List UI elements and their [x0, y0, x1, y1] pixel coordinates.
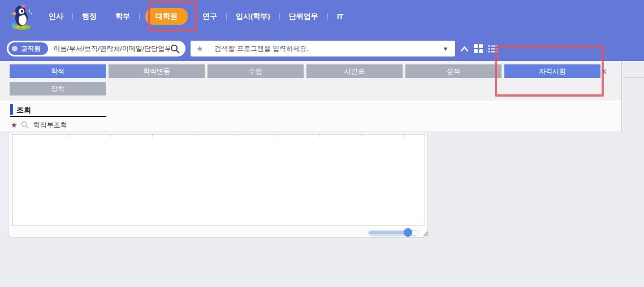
app-logo-penguin-icon[interactable]	[8, 3, 34, 31]
tab-sueop[interactable]: 수업	[208, 64, 304, 78]
dropdown-arrow-icon[interactable]: ▼	[443, 46, 448, 52]
grid-view-icon[interactable]	[474, 44, 483, 53]
menu-link-row[interactable]: ★ 학적부조회	[11, 120, 67, 130]
tab-janghak[interactable]: 장학	[10, 82, 106, 95]
separator	[209, 44, 209, 53]
tab-jagyeoksiheom[interactable]: 자격시험	[504, 64, 600, 78]
nav-item-daehakwon-active[interactable]: 대학원	[145, 8, 188, 25]
section-underline	[10, 116, 106, 117]
nav-item-it[interactable]: IT	[328, 12, 353, 21]
main-menu: 인사 행정 학부 대학원 연구 입시(학부) 단위업무 IT	[40, 0, 352, 33]
favorite-star-icon[interactable]: ★	[196, 44, 204, 53]
menu-tabs-area: 학적 학적변동 수업 시간표 성적 자격시험 ✕ 장학	[0, 61, 621, 101]
scrollbar-fill	[369, 231, 409, 234]
program-search-box[interactable]: ★ 검색할 프로그램을 입력하세요. ▼	[191, 41, 455, 56]
person-search-placeholder[interactable]: 이름/부서/보직/연락처/이메일/담당업무	[54, 44, 171, 54]
search-icon[interactable]	[170, 44, 180, 54]
nav-item-hakbu[interactable]: 학부	[106, 11, 139, 21]
favorite-star-icon[interactable]: ★	[11, 121, 18, 129]
section-title: 조회	[16, 105, 31, 115]
top-nav-bar: 인사 행정 학부 대학원 연구 입시(학부) 단위업무 IT	[0, 0, 644, 33]
tab-hakjeok[interactable]: 학적	[10, 64, 106, 78]
chevron-up-icon[interactable]	[460, 46, 469, 52]
resize-grip-icon[interactable]	[421, 229, 429, 237]
search-small-icon	[21, 121, 29, 129]
tab-hakjeok-byeondong[interactable]: 학적변동	[109, 64, 205, 78]
person-search-box[interactable]: 교직원 이름/부서/보직/연락처/이메일/담당업무	[7, 41, 185, 56]
toolbar-view-icons	[460, 41, 498, 56]
scrollbar-thumb[interactable]	[404, 228, 412, 237]
list-view-icon[interactable]	[488, 45, 498, 53]
nav-item-yeongu[interactable]: 연구	[193, 11, 226, 21]
menu-tab-row-2: 장학	[10, 82, 106, 95]
nav-item-ipsi[interactable]: 입시(학부)	[227, 11, 279, 21]
section-accent-bar	[10, 104, 13, 115]
empty-data-grid[interactable]	[12, 134, 425, 225]
page-divider-line	[623, 77, 644, 78]
nav-separator	[139, 13, 140, 20]
grid-column-ticks	[27, 134, 422, 137]
content-card	[8, 133, 428, 238]
tab-seongjeok[interactable]: 성적	[405, 64, 502, 78]
menu-tab-row-1: 학적 학적변동 수업 시간표 성적 자격시험	[10, 64, 600, 78]
app-window: 인사 행정 학부 대학원 연구 입시(학부) 단위업무 IT 교직원 이름/부서…	[0, 0, 644, 287]
close-icon[interactable]: ✕	[598, 66, 610, 78]
program-search-placeholder[interactable]: 검색할 프로그램을 입력하세요.	[215, 44, 443, 54]
person-filter-label: 교직원	[21, 45, 41, 53]
tab-sigantpyo[interactable]: 시간표	[306, 64, 403, 78]
person-filter-toggle[interactable]: 교직원	[8, 42, 48, 55]
nav-item-haengjeong[interactable]: 행정	[73, 11, 106, 21]
menu-link-hakjeokbu-johoe[interactable]: 학적부조회	[33, 120, 67, 130]
search-toolbar: 교직원 이름/부서/보직/연락처/이메일/담당업무 ★ 검색할 프로그램을 입력…	[0, 33, 644, 61]
menu-dropdown-panel: 학적 학적변동 수업 시간표 성적 자격시험 ✕ 장학 조회 ★ 학적부조회	[0, 61, 622, 132]
horizontal-scrollbar[interactable]	[368, 230, 418, 236]
toggle-dot-icon	[12, 46, 18, 51]
nav-item-danwi[interactable]: 단위업무	[280, 11, 327, 21]
nav-item-insa[interactable]: 인사	[40, 11, 72, 21]
